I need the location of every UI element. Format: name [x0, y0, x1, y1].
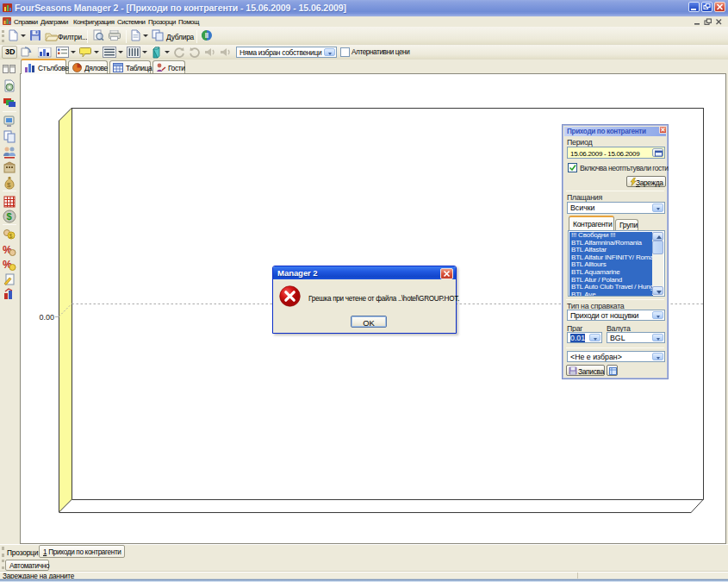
svg-text:$: $: [7, 181, 11, 189]
svg-text:0.00: 0.00: [39, 313, 54, 322]
svg-text:$: $: [9, 233, 13, 239]
svg-text:$: $: [7, 211, 12, 222]
